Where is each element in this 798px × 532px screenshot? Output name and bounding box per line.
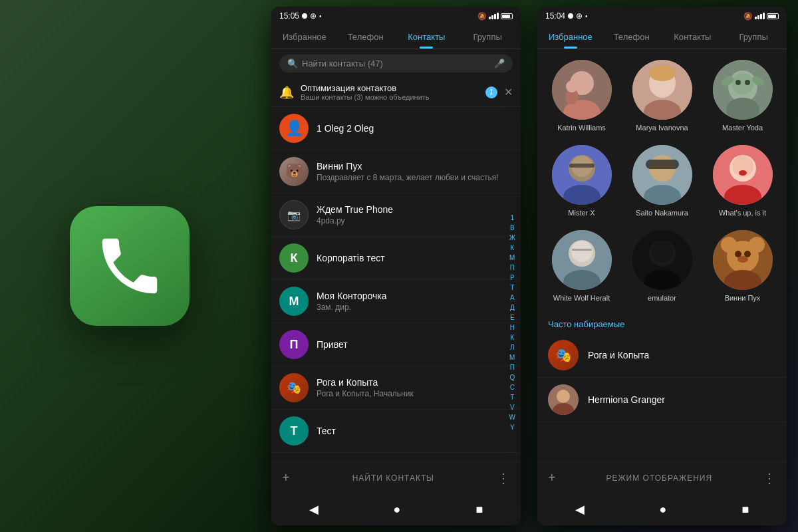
fav-whitewolf[interactable]: White Wolf Heralt xyxy=(543,225,620,307)
fav-avatar-emulator xyxy=(632,230,692,290)
recent-button-left[interactable]: ■ xyxy=(463,497,497,522)
fav-marya[interactable]: Marya Ivanovna xyxy=(623,55,701,137)
contact-item-privet[interactable]: П Привет xyxy=(271,323,521,366)
phone-icon xyxy=(93,229,166,303)
right-scrollable: Katrin Williams Marya Ivanovna xyxy=(537,49,787,462)
tab-contacts-left[interactable]: Контакты xyxy=(396,25,458,49)
contacts-inner: 👤 1 Oleg 2 Oleg 🐻 Винни Пух Поздравляет … xyxy=(271,107,521,453)
contact-item-korporativ[interactable]: К Корпоратів тест xyxy=(271,237,521,280)
avatar-icon-vinnie: 🐻 xyxy=(285,163,303,180)
tab-phone-left[interactable]: Телефон xyxy=(335,25,396,49)
right-phone-screen: 15:04 ⊕ • 🔕 Избранное xyxy=(537,7,787,525)
hermiona-photo-svg xyxy=(548,384,579,415)
app-icon xyxy=(70,206,190,326)
right-screen-content: 15:04 ⊕ • 🔕 Избранное xyxy=(537,7,787,525)
contact-name-vinnie: Винни Пух xyxy=(317,161,513,172)
avatar-kontorochka: М xyxy=(279,287,309,316)
contact-item-test[interactable]: Т Тест xyxy=(271,410,521,453)
contact-info-test: Тест xyxy=(317,426,513,436)
tab-contacts-right[interactable]: Контакты xyxy=(662,25,724,49)
frequent-hermiona[interactable]: Hermiona Granger xyxy=(537,378,787,422)
svg-point-50 xyxy=(737,256,748,263)
avatar-truephone: 📷 xyxy=(279,200,309,229)
fav-name-yoda: Master Yoda xyxy=(722,124,763,132)
left-circle-icon: ⊕ xyxy=(310,11,317,21)
fav-yoda[interactable]: Master Yoda xyxy=(704,55,781,137)
recent-button-right[interactable]: ■ xyxy=(729,497,763,522)
back-button-left[interactable]: ◀ xyxy=(296,497,332,522)
frequent-avatar-hermiona xyxy=(548,384,579,415)
svg-rect-22 xyxy=(569,164,595,168)
saito-photo xyxy=(632,145,692,205)
fav-emulator[interactable]: emulator xyxy=(623,225,701,307)
app-icon-section xyxy=(0,0,259,532)
tab-groups-right[interactable]: Группы xyxy=(723,25,784,49)
right-status-left: 15:04 ⊕ • xyxy=(545,11,588,21)
home-button-left[interactable]: ● xyxy=(380,497,414,522)
avatar-icon-truephone: 📷 xyxy=(287,209,301,221)
display-mode-button[interactable]: РЕЖИМ ОТОБРАЖЕНИЯ xyxy=(561,473,757,483)
contact-sub-roga: Рога и Копыта, Начальник xyxy=(317,389,513,398)
avatar-privet: П xyxy=(279,330,309,359)
fav-vinnie-right[interactable]: Винни Пух xyxy=(704,225,781,307)
tab-favorites-right[interactable]: Избранное xyxy=(540,25,601,49)
svg-point-32 xyxy=(739,170,747,176)
fav-whatsup[interactable]: What's up, is it xyxy=(704,140,781,222)
left-status-right: 🔕 xyxy=(477,12,513,21)
katrin-photo xyxy=(552,60,612,120)
contacts-scrollable: 👤 1 Oleg 2 Oleg 🐻 Винни Пух Поздравляет … xyxy=(271,107,521,462)
fav-avatar-katrin xyxy=(552,60,612,120)
notif-badge: 1 xyxy=(485,86,497,98)
tab-groups-left[interactable]: Группы xyxy=(457,25,518,49)
find-contacts-button[interactable]: НАЙТИ КОНТАКТЫ xyxy=(295,473,491,483)
fav-saito[interactable]: Saito Nakamura xyxy=(623,140,701,222)
avatar-roga: 🎭 xyxy=(279,373,309,402)
fav-katrin[interactable]: Katrin Williams xyxy=(543,55,620,137)
misterx-photo xyxy=(552,145,612,205)
fav-name-whatsup: What's up, is it xyxy=(719,209,766,217)
contact-info-vinnie: Винни Пух Поздравляет с 8 марта, желает … xyxy=(317,161,513,182)
contact-item-vinnie[interactable]: 🐻 Винни Пух Поздравляет с 8 марта, желае… xyxy=(271,150,521,194)
back-button-right[interactable]: ◀ xyxy=(562,497,598,522)
notification-banner: 🔔 Оптимизация контактов Ваши контакты (3… xyxy=(271,78,521,107)
contact-item-kontorochka[interactable]: М Моя Конторочка 3ам. дир. xyxy=(271,280,521,323)
fav-avatar-whatsup xyxy=(713,145,773,205)
left-search-wrap[interactable]: 🔍 Найти контакты (47) 🎤 xyxy=(279,55,513,72)
contact-item-oleg[interactable]: 👤 1 Oleg 2 Oleg xyxy=(271,107,521,150)
contact-name-kontorochka: Моя Конторочка xyxy=(317,291,513,301)
right-status-dot xyxy=(568,13,573,19)
contact-item-roga[interactable]: 🎭 Рога и Копыта Рога и Копыта, Начальник xyxy=(271,366,521,410)
avatar-vinnie: 🐻 xyxy=(279,157,309,186)
whitewolf-photo xyxy=(552,230,612,290)
left-status-bar: 15:05 ⊕ • 🔕 xyxy=(271,7,521,25)
whatsup-photo xyxy=(713,145,773,205)
avatar-test: Т xyxy=(279,416,309,446)
contact-name-roga: Рога и Копыта xyxy=(317,377,513,388)
contact-name-privet: Привет xyxy=(317,339,513,350)
home-button-right[interactable]: ● xyxy=(646,497,680,522)
left-tabs-bar: Избранное Телефон Контакты Группы xyxy=(271,25,521,49)
frequent-roga[interactable]: 🎭 Рога и Копыта xyxy=(537,333,787,378)
contact-name-korporativ: Корпоратів тест xyxy=(317,253,513,263)
more-options-icon[interactable]: ⋮ xyxy=(497,470,510,486)
svg-point-16 xyxy=(735,80,741,85)
fav-misterx[interactable]: Mister X xyxy=(543,140,620,222)
contact-item-truephone[interactable]: 📷 Ждем True Phone 4pda.ру xyxy=(271,194,521,237)
right-time: 15:04 xyxy=(545,11,565,21)
svg-rect-37 xyxy=(572,249,592,251)
avatar-oleg: 👤 xyxy=(279,114,309,143)
tab-favorites-left[interactable]: Избранное xyxy=(274,25,335,49)
fav-avatar-vinnie-right xyxy=(713,230,773,290)
marya-photo xyxy=(632,60,692,120)
add-contact-icon[interactable]: + xyxy=(282,470,290,485)
contact-info-korporativ: Корпоратів тест xyxy=(317,253,513,263)
tab-phone-right[interactable]: Телефон xyxy=(601,25,662,49)
more-options-right-icon[interactable]: ⋮ xyxy=(763,470,776,486)
right-battery-icon xyxy=(767,13,779,19)
close-icon[interactable]: ✕ xyxy=(504,86,513,98)
right-action-bar: + РЕЖИМ ОТОБРАЖЕНИЯ ⋮ xyxy=(537,462,787,493)
avatar-korporativ: К xyxy=(279,243,309,273)
svg-point-17 xyxy=(745,80,750,85)
right-bottom-nav: ◀ ● ■ xyxy=(537,493,787,525)
add-favorite-icon[interactable]: + xyxy=(548,470,556,485)
